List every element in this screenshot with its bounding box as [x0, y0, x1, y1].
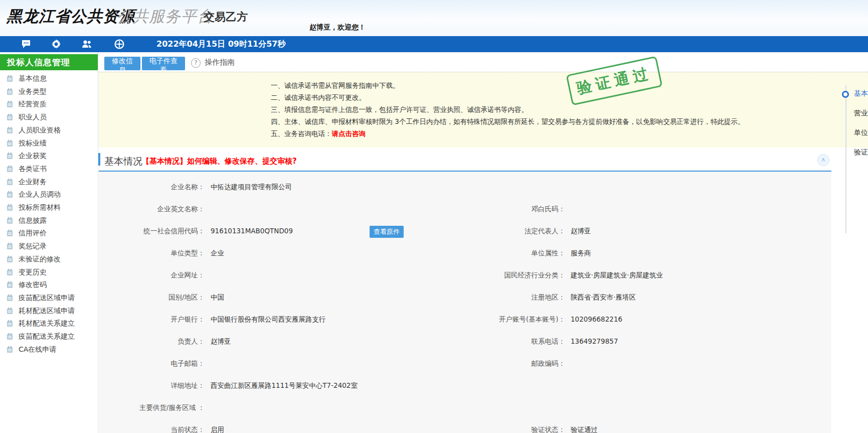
- wheel-icon[interactable]: [114, 39, 124, 49]
- sidebar-item[interactable]: 投标业绩: [0, 137, 98, 150]
- sidebar-item[interactable]: 修改密码: [0, 279, 98, 291]
- welcome-text: 赵博亚，欢迎您！: [309, 23, 366, 32]
- anchor-nav-item[interactable]: 基本: [854, 89, 868, 98]
- sidebar-item-label: 疫苗配送关系建立: [19, 332, 75, 341]
- sidebar-item[interactable]: 信用评价: [0, 227, 98, 239]
- field-label: 开户账号(基本账号)：: [450, 314, 565, 324]
- field-value: 服务商: [571, 248, 591, 258]
- clipboard-icon: [6, 346, 14, 353]
- clipboard-icon: [6, 178, 14, 186]
- sidebar-item-label: 基本信息: [19, 74, 47, 83]
- users-icon[interactable]: [81, 39, 91, 49]
- sidebar-item[interactable]: 未验证的修改: [0, 253, 98, 265]
- form-panel: 企业名称：中拓达建项目管理有限公司企业英文名称：邓白氏码：统一社会信用代码：91…: [99, 171, 831, 433]
- role-label: 交易乙方: [204, 10, 248, 25]
- sidebar-item-label: 奖惩记录: [19, 242, 47, 251]
- field-label: 单位类型：: [99, 248, 205, 258]
- sidebar-item[interactable]: 人员职业资格: [0, 124, 98, 136]
- field-label: 注册地区：: [450, 292, 565, 302]
- sidebar-item-label: 人员职业资格: [19, 126, 61, 135]
- form-row: 电子邮箱：邮政编码：: [99, 358, 831, 368]
- sidebar-item-label: 信息披露: [19, 216, 47, 225]
- sidebar-item[interactable]: 耗材配送关系建立: [0, 318, 98, 330]
- datetime-display: 2022年04月15日 09时11分57秒: [156, 36, 285, 52]
- field-value: 陕西省·西安市·雁塔区: [571, 292, 636, 302]
- notice-line: 四、主体、诚信库、申报材料审核时限为 3个工作日内办结，如有特殊情况期限有所延长…: [271, 117, 744, 126]
- sidebar-item[interactable]: 基本信息: [0, 73, 98, 85]
- clipboard-icon: [6, 217, 14, 224]
- view-original-button[interactable]: 查看原件: [370, 226, 404, 238]
- field-label: 企业网址：: [99, 270, 205, 280]
- field-value: 赵博亚: [211, 336, 231, 346]
- sidebar-item-label: 企业人员调动: [19, 190, 61, 199]
- sidebar-item[interactable]: 企业获奖: [0, 150, 98, 162]
- field-label: 单位属性：: [450, 248, 565, 258]
- anchor-active-dot-icon: [842, 91, 849, 98]
- sidebar-item[interactable]: 信息披露: [0, 215, 98, 227]
- clipboard-icon: [6, 204, 14, 211]
- chat-icon[interactable]: [21, 39, 31, 49]
- field-value: 启用: [211, 424, 224, 433]
- sidebar-item-label: 经营资质: [19, 100, 47, 109]
- form-row: 单位类型：企业单位属性：服务商: [99, 248, 831, 258]
- sidebar-item-label: 未验证的修改: [19, 255, 61, 264]
- sidebar-item[interactable]: 疫苗配送区域申请: [0, 292, 98, 304]
- field-label: 当前状态：: [99, 424, 205, 433]
- site-logo-primary: 黑龙江省公共资源: [7, 6, 135, 27]
- sidebar-item[interactable]: 奖惩记录: [0, 240, 98, 252]
- field-value: 建筑业·房屋建筑业·房屋建筑业: [571, 270, 663, 280]
- sidebar-item[interactable]: 职业人员: [0, 111, 98, 123]
- anchor-nav-item[interactable]: 单位: [854, 128, 868, 137]
- sidebar-item[interactable]: CA在线申请: [0, 344, 98, 356]
- sidebar-item-label: 职业人员: [19, 113, 47, 122]
- anchor-nav-item[interactable]: 营业: [854, 109, 868, 118]
- sidebar-item[interactable]: 企业人员调动: [0, 189, 98, 201]
- tab-electronic-file-view[interactable]: 电子件查看: [142, 57, 185, 70]
- sidebar-item[interactable]: 疫苗配送关系建立: [0, 331, 98, 343]
- collapse-section-button[interactable]: [817, 154, 829, 166]
- field-value: 中拓达建项目管理有限公司: [211, 182, 292, 192]
- notice-line: 三、填报信息需与证件上信息一致，包括开户许可证、营业执照、诚信承诺书等内容。: [271, 105, 528, 114]
- sidebar-item-label: 信用评价: [19, 229, 47, 238]
- notice-line: 五、业务咨询电话：请点击咨询: [271, 129, 366, 138]
- section-accent-bar: [98, 153, 100, 166]
- gear-icon[interactable]: [51, 39, 61, 49]
- sidebar-item[interactable]: 企业财务: [0, 176, 98, 188]
- anchor-nav-line: [845, 85, 846, 233]
- sidebar-item[interactable]: 耗材配送区域申请: [0, 305, 98, 317]
- sidebar-item-label: 疫苗配送区域申请: [19, 294, 75, 303]
- field-value: 西安曲江新区雁展路1111号莱安中心T7-2402室: [211, 380, 358, 390]
- sidebar-item[interactable]: 业务类型: [0, 86, 98, 98]
- notice-phone-label: 五、业务咨询电话：: [271, 129, 332, 137]
- clipboard-icon: [6, 191, 14, 198]
- toolbar: 2022年04月15日 09时11分57秒: [0, 36, 868, 52]
- click-to-consult-link[interactable]: 请点击咨询: [332, 129, 366, 137]
- sidebar-item[interactable]: 各类证书: [0, 163, 98, 175]
- field-label: 主要供货/服务区域 ：: [99, 402, 205, 412]
- field-label: 企业英文名称：: [99, 204, 205, 214]
- sidebar-item[interactable]: 变更历史: [0, 266, 98, 278]
- section-title: 基本情况: [104, 155, 142, 168]
- clipboard-icon: [6, 152, 14, 160]
- clipboard-icon: [6, 88, 14, 95]
- field-label: 国民经济行业分类：: [450, 270, 565, 280]
- notice-panel: 一、诚信承诺书需从官网服务指南中下载。 二、诚信承诺书内容不可更改。 三、填报信…: [98, 72, 868, 148]
- field-label: 企业名称：: [99, 182, 205, 192]
- tab-modify-info[interactable]: 修改信息: [104, 57, 140, 70]
- clipboard-icon: [6, 320, 14, 327]
- clipboard-icon: [6, 281, 14, 288]
- clipboard-icon: [6, 75, 14, 82]
- field-value: 中国: [211, 292, 224, 302]
- field-label: 开户银行：: [99, 314, 205, 324]
- form-row: 当前状态：启用验证状态：验证通过: [99, 424, 831, 433]
- sidebar-item[interactable]: 投标所需材料: [0, 202, 98, 214]
- sidebar-item-label: 投标业绩: [19, 139, 47, 148]
- help-question-icon[interactable]: [191, 58, 201, 68]
- sidebar-item[interactable]: 经营资质: [0, 98, 98, 110]
- clipboard-icon: [6, 100, 14, 108]
- section-help-link[interactable]: 【基本情况】如何编辑、修改保存、提交审核?: [142, 157, 297, 166]
- form-row: 详细地址：西安曲江新区雁展路1111号莱安中心T7-2402室: [99, 380, 831, 390]
- field-label: 负责人：: [99, 336, 205, 346]
- anchor-nav-item[interactable]: 验证: [854, 148, 868, 157]
- operation-guide-link[interactable]: 操作指南: [205, 58, 235, 67]
